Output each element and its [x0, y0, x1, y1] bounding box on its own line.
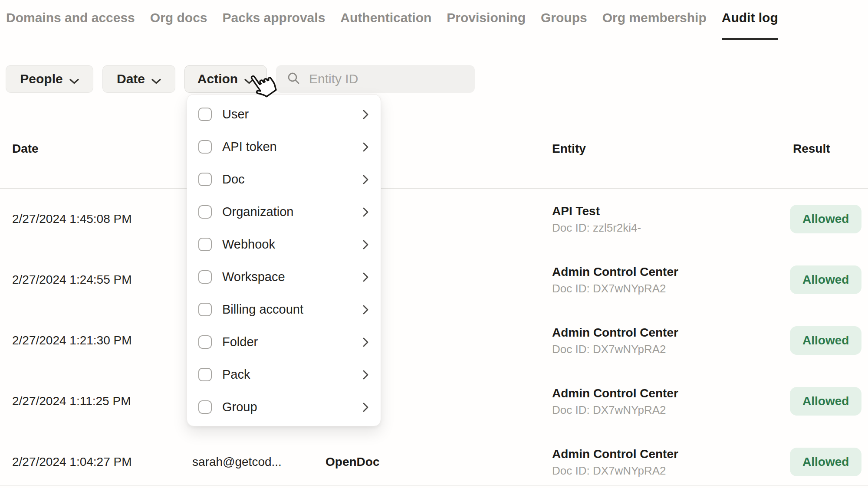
row-entity: Admin Control Center Doc ID: DX7wNYpRA2: [552, 371, 678, 432]
row-entity: Admin Control Center Doc ID: DX7wNYpRA2: [552, 249, 678, 310]
table-row: 2/27/2024 1:04:27 PM sarah@getcod... Ope…: [0, 432, 868, 488]
menu-item-api-token[interactable]: API token: [187, 131, 381, 163]
chevron-right-icon: [362, 239, 369, 250]
row-date: 2/27/2024 1:21:30 PM: [12, 310, 132, 371]
row-result: Allowed: [790, 189, 861, 249]
entity-title: Admin Control Center: [552, 387, 678, 400]
menu-item-label: Workspace: [222, 270, 352, 284]
menu-item-organization[interactable]: Organization: [187, 196, 381, 228]
menu-item-group[interactable]: Group: [187, 391, 381, 423]
tab-domains-and-access[interactable]: Domains and access: [6, 10, 135, 40]
tab-packs-approvals[interactable]: Packs approvals: [223, 10, 326, 40]
tab-audit-log[interactable]: Audit log: [722, 10, 778, 40]
row-date: 2/27/2024 1:11:25 PM: [12, 371, 131, 432]
entity-title: Admin Control Center: [552, 266, 678, 278]
people-filter-label: People: [20, 72, 62, 86]
tab-org-membership[interactable]: Org membership: [602, 10, 707, 40]
result-badge: Allowed: [790, 448, 861, 476]
tab-org-docs[interactable]: Org docs: [150, 10, 207, 40]
tab-provisioning[interactable]: Provisioning: [447, 10, 526, 40]
chevron-down-icon: [151, 72, 161, 87]
checkbox[interactable]: [198, 270, 212, 284]
date-filter-label: Date: [117, 72, 145, 86]
people-filter-button[interactable]: People: [6, 65, 93, 93]
result-badge: Allowed: [790, 326, 861, 355]
menu-item-workspace[interactable]: Workspace: [187, 261, 381, 293]
menu-item-billing-account[interactable]: Billing account: [187, 293, 381, 326]
checkbox[interactable]: [198, 140, 212, 154]
menu-item-user[interactable]: User: [187, 98, 381, 131]
audit-log-table: 2/27/2024 1:45:08 PM API Test Doc ID: zz…: [0, 189, 868, 488]
row-date: 2/27/2024 1:24:55 PM: [12, 249, 132, 310]
checkbox[interactable]: [198, 205, 212, 219]
action-filter-button[interactable]: Action: [184, 65, 267, 93]
menu-item-label: Pack: [222, 367, 352, 382]
tab-authentication[interactable]: Authentication: [340, 10, 431, 40]
chevron-right-icon: [362, 369, 369, 380]
action-filter-label: Action: [197, 72, 238, 86]
entity-doc-id: Doc ID: DX7wNYpRA2: [552, 465, 666, 476]
checkbox[interactable]: [198, 108, 212, 121]
chevron-right-icon: [362, 337, 369, 348]
row-result: Allowed: [790, 371, 861, 432]
chevron-right-icon: [362, 206, 369, 218]
row-entity: Admin Control Center Doc ID: DX7wNYpRA2: [552, 310, 678, 371]
entity-title: Admin Control Center: [552, 327, 678, 339]
entity-id-input[interactable]: [308, 71, 477, 87]
menu-item-doc[interactable]: Doc: [187, 163, 381, 196]
tab-groups[interactable]: Groups: [541, 10, 587, 40]
menu-item-label: API token: [222, 140, 352, 154]
filter-bar: People Date Action: [6, 65, 475, 93]
menu-item-label: Organization: [222, 205, 352, 219]
column-header-result: Result: [793, 142, 830, 156]
chevron-right-icon: [362, 402, 369, 413]
checkbox[interactable]: [198, 368, 212, 381]
table-row: 2/27/2024 1:11:25 PM Admin Control Cente…: [0, 371, 868, 432]
entity-title: Admin Control Center: [552, 448, 678, 460]
menu-item-folder[interactable]: Folder: [187, 326, 381, 358]
checkbox[interactable]: [198, 303, 212, 316]
search-icon: [286, 71, 300, 87]
entity-doc-id: Doc ID: DX7wNYpRA2: [552, 344, 666, 355]
menu-item-webhook[interactable]: Webhook: [187, 228, 381, 261]
table-row: 2/27/2024 1:45:08 PM API Test Doc ID: zz…: [0, 189, 868, 249]
chevron-right-icon: [362, 272, 369, 283]
checkbox[interactable]: [198, 335, 212, 349]
bottom-divider: [0, 485, 868, 486]
menu-item-label: Doc: [222, 172, 352, 187]
menu-item-pack[interactable]: Pack: [187, 358, 381, 391]
checkbox[interactable]: [198, 400, 212, 414]
chevron-right-icon: [362, 174, 369, 185]
column-header-date: Date: [12, 142, 39, 156]
row-entity: API Test Doc ID: zzl5r2ki4-: [552, 189, 641, 249]
table-row: 2/27/2024 1:24:55 PM Admin Control Cente…: [0, 249, 868, 310]
chevron-right-icon: [362, 304, 369, 315]
tab-bar: Domains and access Org docs Packs approv…: [6, 0, 778, 40]
row-entity: Admin Control Center Doc ID: DX7wNYpRA2: [552, 432, 678, 488]
entity-id-search: [276, 65, 475, 93]
chevron-right-icon: [362, 109, 369, 120]
menu-item-label: Billing account: [222, 302, 352, 317]
table-row: 2/27/2024 1:21:30 PM Admin Control Cente…: [0, 310, 868, 371]
result-badge: Allowed: [790, 265, 861, 294]
row-result: Allowed: [790, 432, 861, 488]
menu-item-label: Webhook: [222, 237, 352, 252]
column-header-entity: Entity: [552, 142, 586, 156]
chevron-right-icon: [362, 141, 369, 153]
chevron-down-icon: [69, 72, 79, 87]
row-result: Allowed: [790, 310, 861, 371]
entity-doc-id: Doc ID: zzl5r2ki4-: [552, 222, 641, 233]
result-badge: Allowed: [790, 205, 861, 233]
checkbox[interactable]: [198, 173, 212, 186]
date-filter-button[interactable]: Date: [102, 65, 175, 93]
action-filter-menu: User API token Doc Organization Webhook …: [187, 94, 381, 426]
result-badge: Allowed: [790, 387, 861, 416]
entity-doc-id: Doc ID: DX7wNYpRA2: [552, 283, 666, 294]
row-user: sarah@getcod...: [192, 432, 282, 488]
row-result: Allowed: [790, 249, 861, 310]
chevron-down-icon: [244, 72, 254, 87]
row-date: 2/27/2024 1:04:27 PM: [12, 432, 132, 488]
row-event: OpenDoc: [326, 432, 379, 488]
checkbox[interactable]: [198, 238, 212, 251]
menu-item-label: Folder: [222, 335, 352, 349]
